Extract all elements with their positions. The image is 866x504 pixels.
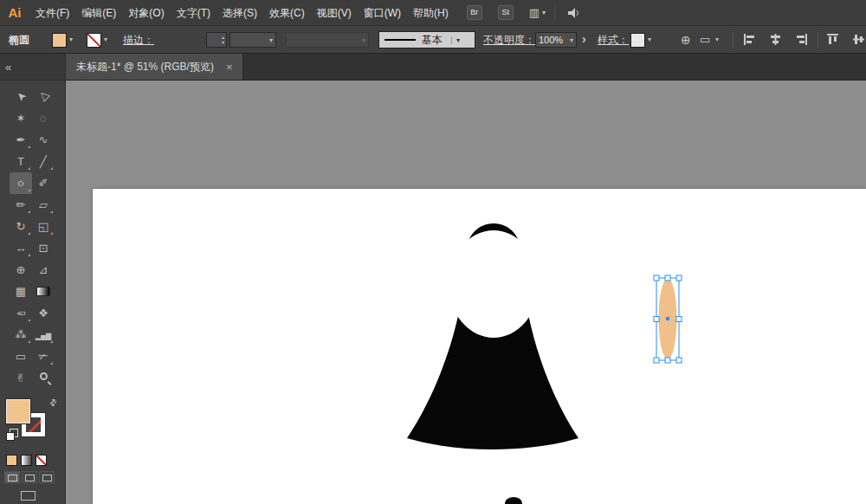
stroke-weight-stepper[interactable]: ▴ ▾ [206,32,227,48]
fill-dropdown-icon[interactable]: ▾ [69,26,73,54]
brush-stroke-preview [385,39,416,41]
stock-button[interactable]: St [498,5,514,20]
free-transform-tool[interactable]: ⊡ [32,237,55,259]
artboard[interactable] [93,189,866,504]
draw-mode-buttons [4,471,65,483]
document-tab-bar: 未标题-1* @ 51% (RGB/预览) × [66,54,866,81]
stroke-weight-label[interactable]: 描边： [123,26,154,54]
color-mode-buttons [6,455,65,466]
menu-item-file[interactable]: 文件(F) [29,0,75,26]
collapse-panel-icon[interactable]: « [5,61,11,74]
lasso-tool[interactable]: ◌ [32,107,55,129]
stroke-color-swatch[interactable] [87,33,101,48]
selection-tool[interactable]: ➤ [10,86,32,107]
chevron-down-icon[interactable]: ▾ [542,9,546,16]
face-ellipse[interactable] [449,230,539,338]
partial-shape[interactable] [505,497,522,504]
shape-builder-tool[interactable]: ⊕ [10,259,32,281]
paintbrush-tool[interactable]: ✐ [32,172,55,194]
style-dropdown-icon[interactable]: ▾ [648,26,651,54]
swap-fill-stroke-icon[interactable]: ⇄ [47,397,59,409]
horizontal-align-right-icon[interactable] [795,33,808,46]
line-segment-tool[interactable]: ╱ [32,151,55,172]
ellipse-tool[interactable]: ○ [10,172,32,194]
width-tool[interactable]: ↔ [10,237,32,259]
tools-panel-header: « [0,54,65,81]
draw-inside-button[interactable] [39,471,55,483]
style-label[interactable]: 样式： [598,26,629,54]
menu-item-edit[interactable]: 编辑(E) [75,0,122,26]
fill-stroke-controls: ⇄ [6,397,65,451]
gradient-swatch-icon [36,287,50,296]
close-tab-icon[interactable]: × [226,61,233,74]
column-graph-tool[interactable]: ▂▅▇ [32,324,55,346]
magic-wand-tool[interactable]: ✶ [10,107,32,129]
globe-icon[interactable]: ⊕ [681,26,691,54]
brush-name: 基本 [422,33,443,48]
fill-color-swatch[interactable] [52,33,67,48]
center-anchor-point[interactable] [666,317,670,321]
draw-behind-button[interactable] [22,471,37,483]
spin-down-icon[interactable]: ▾ [222,39,224,46]
menu-item-effect[interactable]: 效果(C) [263,0,311,26]
stroke-dropdown-icon[interactable]: ▾ [104,26,107,54]
symbol-sprayer-tool[interactable]: ⁂ [10,324,32,346]
opacity-value: 100% [539,35,567,45]
pencil-tool[interactable]: ✏ [10,194,32,216]
style-swatch[interactable] [630,33,645,48]
opacity-input[interactable]: 100% ▾ [535,32,577,48]
canvas[interactable] [66,81,866,504]
screen-mode-button[interactable] [21,491,36,501]
menu-item-type[interactable]: 文字(T) [171,0,216,26]
arrange-documents-icon[interactable]: ▥ [529,6,540,19]
bridge-button[interactable]: Br [467,5,482,20]
perspective-grid-tool[interactable]: ⊿ [32,259,55,281]
gradient-button[interactable] [21,455,32,466]
slice-tool[interactable]: ✃ [32,346,55,367]
blend-tool[interactable]: ❖ [32,302,55,324]
chevron-down-icon: ▾ [269,36,273,44]
type-tool[interactable]: T [10,151,32,172]
horizontal-align-center-icon[interactable] [769,33,782,46]
menu-item-view[interactable]: 视图(V) [311,0,358,26]
rotate-tool[interactable]: ↻ [10,216,32,237]
tools-panel: « ➤ ▷ ✶ ◌ ✒ ∿ T ╱ ○ ✐ ✏ ▱ ↻ ◱ ↔ ⊡ ⊕ ⊿ ▦ … [0,54,66,504]
zoom-tool[interactable] [32,367,55,389]
hand-tool[interactable]: ✌ [10,367,32,389]
menu-item-object[interactable]: 对象(O) [122,0,170,26]
curvature-tool[interactable]: ∿ [32,129,55,151]
document-tab[interactable]: 未标题-1* @ 51% (RGB/预览) × [66,54,243,80]
chevron-down-icon[interactable]: ▾ [570,36,573,44]
chevron-down-icon[interactable]: ▾ [715,26,719,54]
scale-tool[interactable]: ◱ [32,216,55,237]
stroke-weight-dropdown[interactable]: ▾ [229,32,276,48]
opacity-label[interactable]: 不透明度： [483,26,535,54]
flyout-arrow-icon[interactable]: › [582,26,586,54]
menu-item-window[interactable]: 窗口(W) [358,0,407,26]
tools-grid: ➤ ▷ ✶ ◌ ✒ ∿ T ╱ ○ ✐ ✏ ▱ ↻ ◱ ↔ ⊡ ⊕ ⊿ ▦ ✑ … [10,86,55,389]
vertical-align-center-icon[interactable] [852,33,865,46]
menu-item-select[interactable]: 选择(S) [216,0,263,26]
speaker-icon[interactable] [567,7,581,19]
direct-selection-tool[interactable]: ▷ [32,86,55,107]
artboard-options-icon[interactable]: ▭ [700,26,710,54]
fill-swatch[interactable] [6,399,30,423]
pen-tool[interactable]: ✒ [10,129,32,151]
none-button[interactable] [36,455,47,466]
eraser-tool[interactable]: ▱ [32,194,55,216]
default-fill-stroke-icon[interactable] [6,429,18,441]
color-button[interactable] [6,455,17,466]
vertical-align-top-icon[interactable] [826,33,839,46]
app-logo[interactable]: Ai [0,5,29,20]
mesh-tool[interactable]: ▦ [10,281,32,302]
draw-normal-button[interactable] [4,471,20,483]
eyedropper-tool[interactable]: ✑ [10,302,32,324]
magnifier-icon [40,372,48,380]
menu-item-help[interactable]: 帮助(H) [407,0,455,26]
brush-definition-dropdown[interactable]: 基本 ▾ [378,31,475,48]
horizontal-align-left-icon[interactable] [743,33,756,46]
chevron-down-icon[interactable]: ▾ [451,36,460,44]
gradient-tool[interactable] [32,281,55,302]
artboard-tool[interactable]: ▭ [10,346,32,367]
artwork-layer [93,189,866,504]
